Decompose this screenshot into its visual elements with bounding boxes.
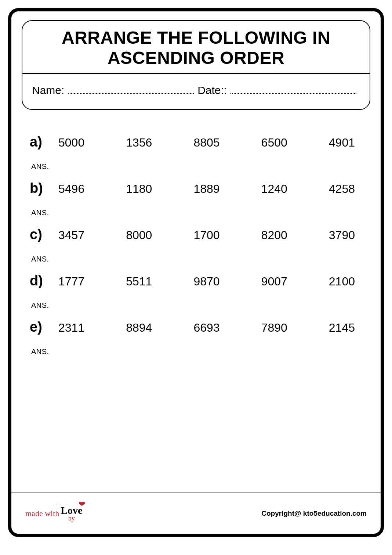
question-row: e) 2311 8894 6693 7890 2145 (30, 319, 362, 335)
question-label: c) (30, 227, 55, 242)
question-label: b) (30, 180, 55, 196)
number: 1356 (126, 136, 152, 149)
number: 1180 (126, 182, 152, 196)
title-line-2: ASCENDING ORDER (108, 48, 284, 68)
question-numbers: 3457 8000 1700 8200 3790 (58, 228, 362, 242)
answer-label: ANS. (31, 301, 362, 310)
made-with-text: made with (25, 509, 59, 518)
date-input-line[interactable] (231, 84, 356, 94)
number: 2100 (329, 275, 355, 288)
question-row: c) 3457 8000 1700 8200 3790 (30, 227, 362, 242)
number: 8200 (261, 228, 287, 242)
number: 7890 (261, 321, 287, 335)
number: 5511 (126, 275, 152, 288)
answer-label: ANS. (31, 255, 362, 263)
question-numbers: 1777 5511 9870 9007 2100 (58, 275, 362, 288)
answer-label: ANS. (31, 162, 362, 171)
number: 6500 (261, 136, 287, 149)
number: 3457 (58, 228, 84, 242)
name-label: Name: (32, 84, 64, 97)
number: 5000 (58, 136, 84, 149)
name-date-row: Name: Date:: (22, 74, 370, 109)
number: 9870 (193, 275, 219, 288)
footer: made with · · · ❤ Love by Copyright@ kto… (11, 493, 381, 534)
number: 1240 (261, 182, 287, 196)
number: 1777 (58, 275, 84, 288)
questions-area: a) 5000 1356 8805 6500 4901 ANS. b) 5496… (11, 110, 381, 493)
question-row: d) 1777 5511 9870 9007 2100 (30, 273, 362, 289)
copyright-text: Copyright@ kto5education.com (261, 509, 367, 518)
header-box: ARRANGE THE FOLLOWING IN ASCENDING ORDER… (22, 20, 370, 110)
number: 3790 (329, 228, 355, 242)
number: 5496 (58, 182, 84, 196)
question-numbers: 5000 1356 8805 6500 4901 (58, 136, 362, 149)
number: 4901 (329, 136, 355, 149)
question-label: e) (30, 319, 55, 335)
number: 8000 (126, 228, 152, 242)
by-text: by (68, 515, 75, 522)
number: 1889 (193, 182, 219, 196)
worksheet-page: ARRANGE THE FOLLOWING IN ASCENDING ORDER… (8, 8, 384, 537)
worksheet-title: ARRANGE THE FOLLOWING IN ASCENDING ORDER (22, 21, 370, 73)
question-numbers: 2311 8894 6693 7890 2145 (58, 321, 362, 335)
number: 9007 (261, 275, 287, 288)
name-input-line[interactable] (68, 84, 194, 94)
number: 2311 (58, 321, 84, 335)
number: 8805 (193, 136, 219, 149)
love-wrap: · · · ❤ Love by (61, 505, 82, 522)
question-row: b) 5496 1180 1889 1240 4258 (30, 180, 362, 196)
answer-label: ANS. (31, 347, 362, 356)
question-label: d) (30, 273, 55, 289)
question-label: a) (30, 134, 55, 150)
answer-label: ANS. (31, 209, 362, 217)
title-line-1: ARRANGE THE FOLLOWING IN (62, 28, 330, 47)
question-row: a) 5000 1356 8805 6500 4901 (30, 134, 362, 150)
heart-icon: ❤ (79, 500, 85, 508)
made-with-love-logo: made with · · · ❤ Love by (25, 505, 82, 522)
number: 6693 (193, 321, 219, 335)
question-numbers: 5496 1180 1889 1240 4258 (58, 182, 362, 196)
number: 1700 (193, 228, 219, 242)
number: 2145 (329, 321, 355, 335)
number: 8894 (126, 321, 152, 335)
number: 4258 (329, 182, 355, 196)
date-label: Date:: (197, 84, 227, 97)
dots-decoration: · · · (55, 502, 68, 506)
